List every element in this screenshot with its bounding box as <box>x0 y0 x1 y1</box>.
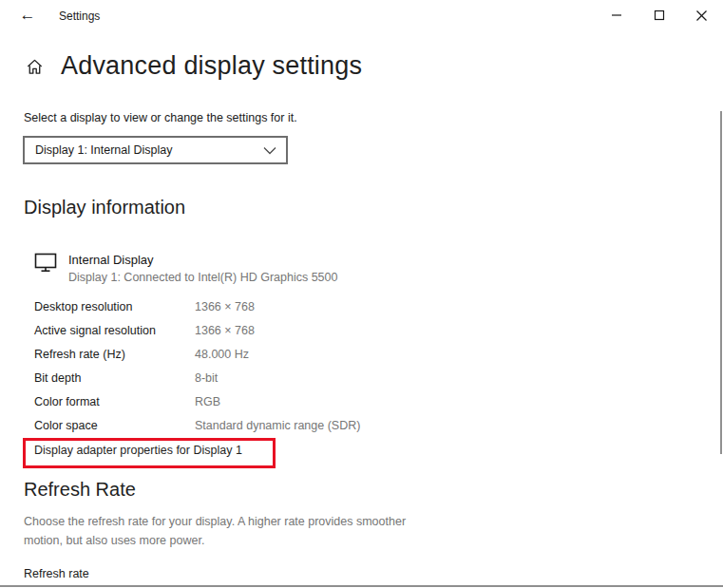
prop-label: Desktop resolution <box>34 300 195 313</box>
back-button[interactable]: ← <box>11 2 44 28</box>
table-row: Active signal resolution 1366 × 768 <box>34 324 566 348</box>
display-information-heading: Display information <box>24 197 185 218</box>
prop-value: 1366 × 768 <box>195 300 255 313</box>
prop-value: 48.000 Hz <box>195 348 249 361</box>
close-icon <box>695 9 708 22</box>
display-adapter-properties-link[interactable]: Display adapter properties for Display 1 <box>34 444 242 457</box>
prop-label: Color space <box>34 419 195 432</box>
prop-value: RGB <box>195 395 220 408</box>
prop-value: 1366 × 768 <box>195 324 255 337</box>
vertical-scrollbar[interactable] <box>720 111 722 454</box>
minimize-button[interactable] <box>595 0 637 30</box>
table-row: Bit depth 8-bit <box>34 371 566 395</box>
page-title: Advanced display settings <box>61 51 362 81</box>
prop-label: Color format <box>34 395 195 408</box>
table-row: Desktop resolution 1366 × 768 <box>34 300 566 324</box>
prop-value: 8-bit <box>195 371 218 385</box>
home-icon[interactable] <box>26 58 44 80</box>
window-title: Settings <box>59 9 100 23</box>
minimize-icon <box>611 9 622 21</box>
prop-label: Active signal resolution <box>34 324 195 337</box>
display-select-value: Display 1: Internal Display <box>35 143 257 157</box>
settings-window: ← Settings Advanced display settings S <box>0 0 723 588</box>
maximize-icon <box>654 9 665 21</box>
cutoff-dropdown-edge <box>0 585 723 587</box>
monitor-icon <box>34 251 57 277</box>
prop-label: Refresh rate (Hz) <box>34 348 195 361</box>
display-name: Internal Display <box>68 253 154 267</box>
table-row: Color format RGB <box>34 395 566 419</box>
refresh-rate-heading: Refresh Rate <box>24 479 136 501</box>
back-arrow-icon: ← <box>20 6 36 25</box>
display-properties-table: Desktop resolution 1366 × 768 Active sig… <box>34 300 566 443</box>
table-row: Refresh rate (Hz) 48.000 Hz <box>34 348 566 371</box>
refresh-rate-label: Refresh rate <box>24 567 89 580</box>
display-connection: Display 1: Connected to Intel(R) HD Grap… <box>68 271 337 284</box>
prop-label: Bit depth <box>34 371 195 385</box>
table-row: Color space Standard dynamic range (SDR) <box>34 419 566 443</box>
maximize-button[interactable] <box>637 0 680 30</box>
prop-value: Standard dynamic range (SDR) <box>195 419 360 432</box>
refresh-rate-description: Choose the refresh rate for your display… <box>24 512 408 550</box>
display-select-dropdown[interactable]: Display 1: Internal Display <box>23 136 288 164</box>
close-button[interactable] <box>680 0 723 30</box>
window-controls <box>595 0 723 30</box>
display-select-label: Select a display to view or change the s… <box>24 111 297 124</box>
chevron-down-icon <box>263 146 276 155</box>
